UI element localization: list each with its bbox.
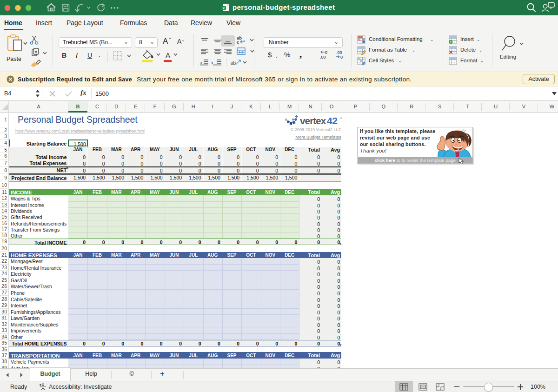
svg-text:ab: ab	[231, 60, 236, 66]
svg-text:42: 42	[327, 115, 337, 126]
svg-text:0: 0	[325, 50, 327, 55]
svg-text:.00: .00	[336, 50, 342, 55]
svg-text:vertex: vertex	[300, 115, 326, 126]
svg-text:c: c	[237, 40, 239, 45]
svg-text:.00: .00	[320, 55, 326, 60]
svg-text:0: 0	[340, 55, 343, 60]
svg-text:A: A	[166, 51, 170, 59]
